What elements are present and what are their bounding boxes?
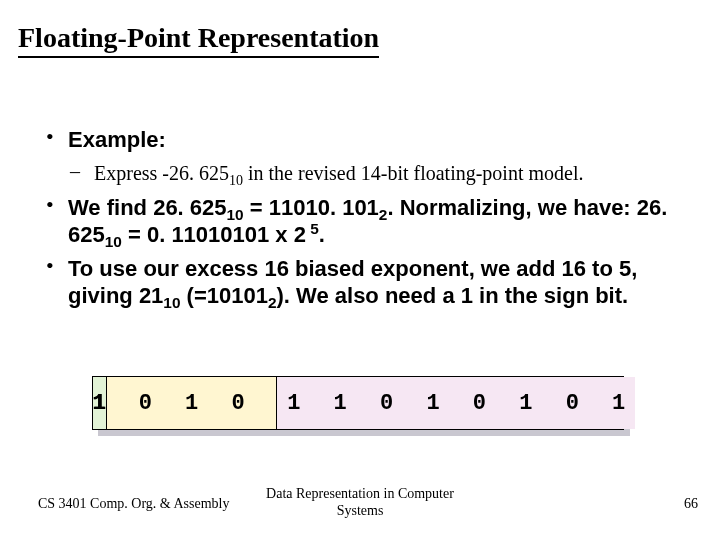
- slide: Floating-Point Representation Example: E…: [0, 0, 720, 540]
- bullet-example-text: Example:: [68, 127, 166, 152]
- bullet-excess: To use our excess 16 biased exponent, we…: [46, 255, 674, 310]
- text-frag: = 11010. 101: [244, 195, 379, 220]
- subscript: 10: [227, 206, 244, 223]
- text-frag: in the revised 14-bit floating-point mod…: [243, 162, 584, 184]
- subscript: 10: [105, 233, 122, 250]
- bit-diagram-box: 1 1 0 1 0 1 1 1 0 1 0 1 0 1: [92, 376, 624, 430]
- subbullet-express-text: Express -26. 62510 in the revised 14-bit…: [94, 162, 583, 184]
- text-frag: = 0. 11010101 x 2: [122, 222, 306, 247]
- superscript: 5: [306, 220, 319, 237]
- slide-body: Example: Express -26. 62510 in the revis…: [46, 126, 674, 316]
- subscript: 2: [268, 294, 277, 311]
- bullet-find: We find 26. 62510 = 11010. 1012. Normali…: [46, 194, 674, 249]
- footer-topic-line2: Systems: [337, 503, 384, 518]
- footer-page-number: 66: [684, 496, 698, 512]
- subscript: 10: [163, 294, 180, 311]
- exponent-cell: 1 0 1 0 1: [107, 377, 277, 429]
- footer-topic-line1: Data Representation in Computer: [266, 486, 454, 501]
- slide-title: Floating-Point Representation: [18, 22, 379, 58]
- text-frag: ). We also need a 1 in the sign bit.: [277, 283, 629, 308]
- bullet-excess-text: To use our excess 16 biased exponent, we…: [68, 256, 637, 309]
- text-frag: .: [319, 222, 325, 247]
- text-frag: Express -26. 625: [94, 162, 229, 184]
- footer-topic: Data Representation in Computer Systems: [0, 486, 720, 520]
- bullet-find-text: We find 26. 62510 = 11010. 1012. Normali…: [68, 195, 667, 248]
- bullet-example: Example:: [46, 126, 674, 154]
- text-frag: (=10101: [180, 283, 267, 308]
- subscript: 10: [229, 173, 243, 188]
- mantissa-cell: 1 1 0 1 0 1 0 1: [277, 377, 635, 429]
- subbullet-express: Express -26. 62510 in the revised 14-bit…: [70, 160, 674, 186]
- bit-diagram: 1 1 0 1 0 1 1 1 0 1 0 1 0 1: [92, 376, 624, 430]
- text-frag: We find 26. 625: [68, 195, 227, 220]
